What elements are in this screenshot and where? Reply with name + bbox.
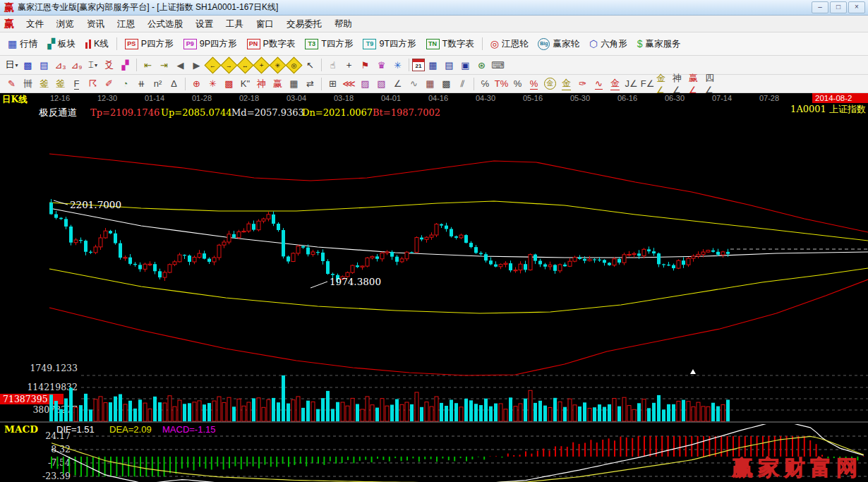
chart-9-icon[interactable]: ⊿₉ bbox=[69, 59, 84, 72]
toolbar-gann-wheel-button[interactable]: ◎江恩轮 bbox=[486, 35, 534, 53]
fan-lines-icon[interactable]: ⋘ bbox=[342, 77, 356, 90]
prev-page-icon[interactable]: ◀ bbox=[173, 59, 188, 72]
save-icon[interactable]: ▣ bbox=[458, 59, 473, 72]
next-page-icon[interactable]: ▶ bbox=[189, 59, 204, 72]
wave-line-icon[interactable]: ∿ bbox=[406, 77, 421, 90]
maximize-button[interactable]: □ bbox=[830, 1, 847, 13]
f-angle-icon[interactable]: F∠ bbox=[640, 77, 655, 90]
k-marks-icon[interactable]: K" bbox=[238, 77, 253, 90]
chart-area[interactable]: 12-1612-3001-1401-2802-1803-0403-1804-01… bbox=[0, 93, 868, 482]
pen-ruler-icon[interactable]: ✐ bbox=[102, 77, 116, 90]
last-page-icon[interactable]: ⇥ bbox=[157, 59, 171, 72]
win-angle-icon[interactable]: 赢∠ bbox=[689, 77, 704, 90]
toolbar-t-square-button[interactable]: T3T四方形 bbox=[300, 35, 358, 53]
color-chart-icon[interactable]: ▞ bbox=[118, 59, 133, 72]
spiral-tool-icon[interactable]: ☈ bbox=[85, 77, 100, 90]
menu-news[interactable]: 资讯 bbox=[80, 16, 111, 32]
calculator-icon[interactable]: ▦ bbox=[426, 59, 440, 72]
red-grid-icon[interactable]: ▩ bbox=[222, 77, 236, 90]
percent-icon[interactable]: % bbox=[510, 77, 525, 90]
close-button[interactable]: × bbox=[848, 1, 865, 13]
center-view-icon[interactable]: ◎ bbox=[285, 56, 302, 73]
brain-tool-icon[interactable]: ✳ bbox=[390, 59, 405, 72]
menu-settings[interactable]: 设置 bbox=[189, 16, 219, 32]
t-percent-icon[interactable]: T% bbox=[494, 77, 509, 90]
wave-red-icon[interactable]: ∿ bbox=[591, 77, 606, 90]
gann-compass-icon[interactable]: ⊕ bbox=[189, 77, 204, 90]
box-ruler-icon[interactable]: ⊞ bbox=[325, 77, 340, 90]
calendar-icon[interactable]: 21 bbox=[412, 59, 425, 71]
menu-help[interactable]: 帮助 bbox=[328, 16, 358, 32]
angle-line-icon[interactable]: ∠ bbox=[390, 77, 405, 90]
toolbar-9p-square-button[interactable]: P99P四方形 bbox=[179, 35, 242, 53]
toolbar-t-number-table-button[interactable]: TNT数字表 bbox=[421, 35, 479, 53]
toolbar-winner-wheel-button[interactable]: Big赢家轮 bbox=[533, 35, 584, 53]
percent-box-icon[interactable]: ℅ bbox=[478, 77, 493, 90]
gold-gauge-2-icon[interactable]: 釜 bbox=[53, 77, 68, 90]
time-cycle-icon[interactable]: ◔ bbox=[118, 77, 133, 90]
grid-arrow-icon[interactable]: ▩ bbox=[439, 77, 454, 90]
four-angle-icon[interactable]: 四∠ bbox=[705, 77, 720, 90]
hatch-grid-2-icon[interactable]: ▧ bbox=[374, 77, 389, 90]
swap-arrows-icon[interactable]: ⇄ bbox=[303, 77, 318, 90]
toolbar-p-square-button[interactable]: PSP四方形 bbox=[120, 35, 179, 53]
toolbar-quotes-button[interactable]: ▦行情 bbox=[3, 35, 42, 53]
menu-file[interactable]: 文件 bbox=[20, 16, 50, 32]
chart-3-icon[interactable]: ⊿₃ bbox=[53, 59, 68, 72]
gold-gauge-1-icon[interactable]: 釜 bbox=[37, 77, 52, 90]
hatch-grid-1-icon[interactable]: ▨ bbox=[358, 77, 373, 90]
dense-grid-icon[interactable]: ▦ bbox=[423, 77, 438, 90]
menu-trade-order[interactable]: 交易委托 bbox=[280, 16, 328, 32]
remote-terminal-icon[interactable]: ⌨ bbox=[490, 59, 505, 72]
tick-ruler-icon[interactable]: ⧺ bbox=[134, 77, 149, 90]
shift-right-icon[interactable]: → bbox=[220, 56, 237, 73]
menu-formula-pick[interactable]: 公式选股 bbox=[141, 16, 189, 32]
gold-circle-icon[interactable]: 金 bbox=[543, 77, 557, 90]
notes-icon[interactable]: ▤ bbox=[442, 59, 457, 72]
gold-line-icon[interactable]: 金 bbox=[559, 77, 574, 90]
parallel-lines-icon[interactable]: ⫽ bbox=[455, 77, 470, 90]
toolbar-hexagon-button[interactable]: ⬡六角形 bbox=[584, 35, 632, 53]
grid-123-icon[interactable]: ▦ bbox=[287, 77, 301, 90]
menu-window[interactable]: 窗口 bbox=[250, 16, 280, 32]
info-list-icon[interactable]: ▤ bbox=[37, 59, 52, 72]
toolbar-winner-service-button[interactable]: $赢家服务 bbox=[632, 35, 686, 53]
j-angle-icon[interactable]: J∠ bbox=[624, 77, 639, 90]
star-wheel-icon[interactable]: ✳ bbox=[205, 77, 220, 90]
menu-tools[interactable]: 工具 bbox=[219, 16, 250, 32]
pen-blue-icon[interactable]: ✑ bbox=[575, 77, 590, 90]
toolbar-sectors-button[interactable]: ▞板块 bbox=[42, 35, 80, 53]
gold-angle-icon[interactable]: 金∠ bbox=[656, 77, 671, 90]
crown-tool-icon[interactable]: ♛ bbox=[374, 59, 389, 72]
pointer-icon[interactable]: ↖ bbox=[303, 59, 318, 72]
shen-ruler-icon[interactable]: 神 bbox=[254, 77, 269, 90]
minimize-button[interactable]: – bbox=[812, 1, 828, 13]
pattern-tool-icon[interactable]: ▩ bbox=[20, 59, 35, 72]
pen-tool-icon[interactable]: ✎ bbox=[4, 77, 19, 90]
export-web-icon[interactable]: ⊛ bbox=[474, 59, 489, 72]
ruler-tool-icon[interactable]: 卌 bbox=[20, 77, 35, 90]
candle-style-icon[interactable]: ⌶ bbox=[85, 59, 100, 72]
mark-flag-icon[interactable]: ⚑ bbox=[358, 59, 373, 72]
f-ruler-icon[interactable]: F bbox=[69, 77, 84, 90]
period-select-icon[interactable]: 日 bbox=[4, 59, 19, 72]
crosshair-icon[interactable]: ＋ bbox=[342, 59, 356, 72]
toolbar-kline-button[interactable]: K线 bbox=[80, 35, 114, 53]
shen-angle-icon[interactable]: 神∠ bbox=[673, 77, 687, 90]
menu-browse[interactable]: 浏览 bbox=[50, 16, 80, 32]
toolbar-p-number-table-button[interactable]: PNP数字表 bbox=[242, 35, 301, 53]
hand-drag-icon[interactable]: ☝ bbox=[325, 59, 340, 72]
angle-a-icon[interactable]: ∆ bbox=[167, 77, 181, 90]
stretch-x-icon[interactable]: ↔ bbox=[236, 56, 253, 73]
win-ruler-icon[interactable]: 赢 bbox=[270, 77, 285, 90]
toolbar-9t-square-button[interactable]: T99T四方形 bbox=[358, 35, 421, 53]
shift-left-icon[interactable]: ← bbox=[204, 56, 221, 73]
menu-gann[interactable]: 江恩 bbox=[111, 16, 141, 32]
percent-line-icon[interactable]: % bbox=[526, 77, 541, 90]
red-pattern-icon[interactable]: 爻 bbox=[102, 59, 116, 72]
compress-icon[interactable]: ✳ bbox=[269, 56, 286, 73]
zoom-in-icon[interactable]: ＋ bbox=[253, 56, 270, 73]
square-number-icon[interactable]: n² bbox=[150, 77, 165, 90]
gold-red-icon[interactable]: 金 bbox=[608, 77, 622, 90]
first-page-icon[interactable]: ⇤ bbox=[140, 59, 155, 72]
